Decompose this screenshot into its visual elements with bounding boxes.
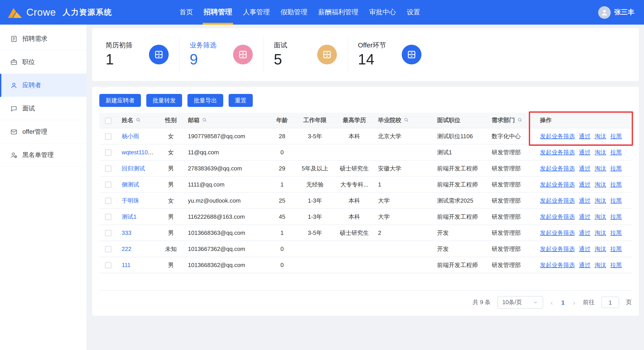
blacklist-link[interactable]: 拉黑 — [610, 245, 622, 252]
blacklist-link[interactable]: 拉黑 — [610, 262, 622, 268]
stat-card[interactable]: 简历初筛1 — [96, 37, 180, 72]
nav-item[interactable]: 审批中心 — [364, 0, 401, 24]
column-header: 工作年限 — [303, 117, 326, 124]
eliminate-link[interactable]: 淘汰 — [594, 229, 606, 236]
sidebar-item[interactable]: 招聘需求 — [0, 27, 86, 50]
eliminate-link[interactable]: 淘汰 — [594, 262, 606, 268]
table-wrap: 姓名性别邮箱年龄工作年限最高学历毕业院校面试职位需求部门操作 杨小雨女19077… — [99, 113, 632, 291]
candidate-name-link[interactable]: 111 — [122, 262, 131, 268]
row-checkbox[interactable] — [105, 198, 112, 204]
batch-forward-button[interactable]: 批量转发 — [146, 94, 182, 107]
candidate-name-link[interactable]: 杨小雨 — [122, 132, 139, 139]
page-number[interactable]: 1 — [560, 299, 566, 306]
candidate-name-link[interactable]: 333 — [122, 230, 131, 236]
cell-email: 1111@qq.com — [184, 176, 269, 192]
search-icon[interactable] — [202, 117, 207, 124]
cell-department: 研发管理部 — [487, 144, 536, 160]
start-business-screening-link[interactable]: 发起业务筛选 — [540, 132, 575, 139]
candidate-name-link[interactable]: wqtest1105 .. — [122, 149, 156, 156]
row-checkbox[interactable] — [105, 262, 112, 268]
eliminate-link[interactable]: 淘汰 — [594, 181, 606, 188]
row-actions: 发起业务筛选通过淘汰拉黑 — [536, 128, 632, 144]
pass-link[interactable]: 通过 — [579, 245, 590, 252]
start-business-screening-link[interactable]: 发起业务筛选 — [540, 149, 575, 156]
select-all-checkbox[interactable] — [105, 118, 112, 124]
table-row: wqtest1105 ..女11@qq.com0测试1研发管理部发起业务筛选通过… — [99, 144, 632, 160]
pass-link[interactable]: 通过 — [579, 229, 590, 236]
start-business-screening-link[interactable]: 发起业务筛选 — [540, 197, 575, 204]
start-business-screening-link[interactable]: 发起业务筛选 — [540, 165, 575, 172]
stat-label: 业务筛选 — [190, 41, 216, 50]
pass-link[interactable]: 通过 — [579, 181, 590, 188]
nav-item[interactable]: 人事管理 — [238, 0, 275, 24]
sidebar-item[interactable]: 黑名单管理 — [0, 144, 86, 167]
cell-years: 无经验 — [295, 176, 335, 192]
sidebar-item[interactable]: 应聘者 — [0, 74, 86, 97]
batch-export-button[interactable]: 批量导出 — [188, 94, 223, 107]
next-page-button[interactable]: › — [572, 298, 576, 306]
cell-department: 研发管理部 — [487, 192, 536, 209]
page-size-select[interactable]: 10条/页 — [497, 296, 543, 309]
row-checkbox[interactable] — [105, 166, 112, 172]
blacklist-link[interactable]: 拉黑 — [610, 149, 622, 156]
row-actions: 发起业务筛选通过淘汰拉黑 — [536, 176, 632, 192]
stat-card[interactable]: Offer环节14 — [348, 37, 432, 72]
row-checkbox[interactable] — [105, 182, 112, 188]
candidate-name-link[interactable]: 回归测试 — [122, 165, 145, 172]
search-icon[interactable] — [136, 117, 141, 124]
pass-link[interactable]: 通过 — [579, 262, 590, 268]
candidate-name-link[interactable]: 侧测试 — [122, 181, 139, 188]
row-checkbox[interactable] — [105, 134, 112, 140]
pass-link[interactable]: 通过 — [579, 197, 590, 204]
start-business-screening-link[interactable]: 发起业务筛选 — [540, 245, 575, 252]
row-checkbox[interactable] — [105, 150, 112, 156]
eliminate-link[interactable]: 淘汰 — [594, 165, 606, 172]
eliminate-link[interactable]: 淘汰 — [594, 197, 606, 204]
search-icon[interactable] — [404, 117, 409, 124]
candidate-name-link[interactable]: 测试1 — [122, 213, 136, 220]
stat-card[interactable]: 业务筛选9 — [180, 37, 264, 72]
row-checkbox[interactable] — [105, 214, 112, 220]
row-checkbox[interactable] — [105, 246, 112, 252]
user-menu[interactable]: 张三丰 — [598, 6, 644, 18]
nav-item[interactable]: 招聘管理 — [198, 0, 238, 24]
cell-education: 硕士研究生 — [335, 225, 374, 241]
eliminate-link[interactable]: 淘汰 — [594, 132, 606, 139]
prev-page-button[interactable]: ‹ — [550, 298, 554, 306]
pass-link[interactable]: 通过 — [579, 165, 590, 172]
blacklist-link[interactable]: 拉黑 — [610, 213, 622, 220]
search-icon[interactable] — [517, 117, 522, 124]
sidebar-item[interactable]: offer管理 — [0, 120, 86, 144]
nav-item[interactable]: 设置 — [401, 0, 426, 24]
blacklist-link[interactable]: 拉黑 — [610, 229, 622, 236]
sidebar-item[interactable]: 职位 — [0, 50, 86, 74]
goto-page-input[interactable] — [601, 296, 619, 308]
blacklist-link[interactable]: 拉黑 — [610, 197, 622, 204]
candidate-name-link[interactable]: 222 — [122, 246, 131, 252]
start-business-screening-link[interactable]: 发起业务筛选 — [540, 262, 575, 268]
nav-item[interactable]: 薪酬福利管理 — [313, 0, 364, 24]
eliminate-link[interactable]: 淘汰 — [594, 213, 606, 220]
blacklist-link[interactable]: 拉黑 — [610, 181, 622, 188]
nav-item[interactable]: 首页 — [174, 0, 198, 24]
nav-item[interactable]: 假勤管理 — [275, 0, 313, 24]
eliminate-link[interactable]: 淘汰 — [594, 245, 606, 252]
user-name: 张三丰 — [614, 8, 634, 16]
blacklist-link[interactable]: 拉黑 — [610, 165, 622, 172]
candidate-name-link[interactable]: 于明珠 — [122, 197, 139, 204]
pass-link[interactable]: 通过 — [579, 213, 590, 220]
cell-years — [295, 257, 335, 273]
start-business-screening-link[interactable]: 发起业务筛选 — [540, 229, 575, 236]
start-business-screening-link[interactable]: 发起业务筛选 — [540, 213, 575, 220]
eliminate-link[interactable]: 淘汰 — [594, 149, 606, 156]
pass-link[interactable]: 通过 — [579, 132, 590, 139]
reset-button[interactable]: 重置 — [228, 94, 253, 107]
start-business-screening-link[interactable]: 发起业务筛选 — [540, 181, 575, 188]
pass-link[interactable]: 通过 — [579, 149, 590, 156]
stat-card[interactable]: 面试5 — [264, 37, 348, 72]
cell-gender: 男 — [158, 225, 184, 241]
new-candidate-button[interactable]: 新建应聘者 — [99, 94, 141, 107]
row-checkbox[interactable] — [105, 230, 112, 236]
blacklist-link[interactable]: 拉黑 — [610, 132, 622, 139]
sidebar-item[interactable]: 面试 — [0, 97, 86, 120]
